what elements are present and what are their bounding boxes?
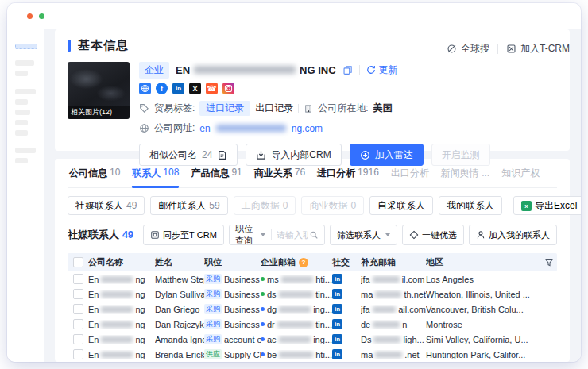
person-icon — [476, 230, 485, 240]
tab-business-relations[interactable]: 商业关系76 — [254, 167, 305, 187]
export-excel-button[interactable]: x 导出Excel — [513, 196, 581, 215]
divider — [359, 65, 360, 75]
sidebar-skeleton-item[interactable] — [15, 110, 30, 115]
filter-social-contacts[interactable]: 社媒联系人49 — [68, 196, 145, 215]
row-checkbox[interactable] — [73, 334, 83, 344]
join-tcrm-button[interactable]: 加入T-CRM — [506, 42, 570, 56]
row-checkbox[interactable] — [73, 319, 83, 329]
entity-type-badge: 企业 — [139, 62, 169, 79]
contacts-card: 公司信息10联系人108产品信息91商业关系76进口分析1916出口分析新闻舆情… — [55, 159, 570, 362]
excel-icon: x — [521, 201, 532, 211]
website-icon[interactable] — [139, 83, 151, 94]
masked-text — [101, 291, 133, 298]
divider — [298, 104, 299, 113]
cell-region: Wheaton, Illinois, United ... — [426, 290, 557, 299]
sidebar-skeleton-item[interactable] — [15, 130, 28, 136]
location-value: 美国 — [373, 102, 393, 115]
start-monitoring-button[interactable]: 开启监测 — [431, 144, 490, 166]
filter-contacts-dropdown[interactable]: 筛选联系人 — [330, 225, 397, 245]
tab-label: 新闻舆情 ... — [441, 167, 489, 180]
filter-business-data[interactable]: 商业数据0 — [301, 196, 364, 215]
company-website-link[interactable]: en ng.com — [199, 123, 323, 134]
linkedin-icon[interactable]: in — [172, 83, 184, 94]
sidebar-skeleton-item[interactable] — [15, 89, 36, 94]
tab-import-analysis[interactable]: 进口分析1916 — [317, 167, 379, 187]
row-checkbox[interactable] — [73, 304, 83, 314]
tab-news[interactable]: 新闻舆情 ... — [441, 167, 489, 187]
window-dot-red[interactable] — [27, 13, 33, 19]
filter-business-registry[interactable]: 工商数据0 — [234, 196, 296, 215]
help-icon[interactable]: ? — [299, 258, 308, 267]
email-status-dot — [261, 337, 265, 341]
window-dot-green[interactable] — [39, 13, 44, 19]
filter-funnel-icon[interactable] — [544, 258, 554, 267]
global-search-button[interactable]: 全球搜 — [447, 42, 489, 56]
filter-label: 我的联系人 — [447, 199, 494, 213]
linkedin-icon[interactable]: in — [332, 289, 342, 299]
tab-label: 公司信息 — [69, 167, 107, 180]
linkedin-icon[interactable]: in — [332, 304, 342, 314]
export-records-tag[interactable]: 出口记录 — [255, 102, 293, 115]
grid-cross-icon — [506, 44, 516, 54]
select-all-checkbox[interactable] — [73, 257, 83, 267]
import-records-tag[interactable]: 进口记录 — [199, 101, 250, 116]
email-status-dot — [261, 322, 265, 326]
filter-email-contacts[interactable]: 邮件联系人59 — [150, 196, 227, 215]
company-photo[interactable]: 相关图片(12) — [68, 62, 130, 119]
cell-company-name: Enng — [88, 275, 155, 284]
phone-icon[interactable]: ☎ — [206, 83, 218, 94]
row-checkbox[interactable] — [73, 349, 83, 359]
sync-to-tcrm-button[interactable]: 同步至T-CRM — [143, 225, 224, 245]
import-internal-crm-button[interactable]: 导入内部CRM — [246, 144, 341, 166]
cell-checkbox — [68, 334, 88, 344]
tab-company-info[interactable]: 公司信息10 — [69, 167, 120, 187]
refresh-icon — [366, 65, 376, 75]
x-icon[interactable]: X — [189, 83, 201, 94]
sidebar-skeleton-item[interactable] — [15, 99, 28, 105]
sidebar-skeleton-item[interactable] — [15, 120, 28, 125]
globe-icon — [139, 123, 149, 133]
facebook-icon[interactable]: f — [156, 83, 168, 94]
instagram-icon[interactable] — [222, 83, 234, 94]
table-row: EnngDan Griego采购Business Devel...dging..… — [68, 302, 557, 317]
sidebar-skeleton-item[interactable] — [15, 158, 28, 163]
sidebar-skeleton-item[interactable] — [15, 148, 36, 153]
add-to-my-contacts-button[interactable]: 加入我的联系人 — [469, 225, 557, 245]
filter-self-collected[interactable]: 自采联系人 — [369, 196, 433, 215]
cell-job-title: 采购Business Devel... — [204, 289, 261, 299]
add-to-radar-button[interactable]: 加入雷达 — [350, 144, 424, 166]
position-tag: 采购 — [204, 304, 222, 314]
sidebar-skeleton-item[interactable] — [15, 44, 37, 49]
tab-count: 91 — [231, 167, 242, 180]
filter-label: 邮件联系人 — [158, 199, 206, 213]
region-text: Wheaton, Illinois, United ... — [426, 290, 530, 299]
update-button[interactable]: 更新 — [366, 63, 398, 77]
cell-company-name: Enng — [88, 290, 155, 299]
masked-text — [373, 321, 400, 328]
similar-companies-button[interactable]: 相似公司名 24 — [139, 144, 238, 166]
tab-export-analysis[interactable]: 出口分析 — [391, 167, 429, 187]
tab-contacts[interactable]: 联系人108 — [132, 167, 179, 187]
sidebar-skeleton-item[interactable] — [15, 60, 34, 66]
cell-contact-name: Dylan Sullivan — [155, 290, 204, 299]
tab-ip[interactable]: 知识产权 — [501, 167, 540, 187]
row-checkbox[interactable] — [73, 289, 83, 299]
masked-text — [373, 336, 400, 343]
linkedin-icon[interactable]: in — [332, 274, 342, 284]
linkedin-icon[interactable]: in — [332, 319, 342, 329]
linkedin-icon[interactable]: in — [332, 349, 342, 359]
tab-products[interactable]: 产品信息91 — [191, 167, 242, 187]
masked-text — [375, 291, 401, 298]
row-checkbox[interactable] — [73, 274, 83, 284]
one-click-optimize-button[interactable]: 一键优选 — [402, 225, 464, 245]
linkedin-icon[interactable]: in — [332, 334, 342, 344]
sidebar-skeleton-item[interactable] — [15, 71, 28, 76]
filter-my-contacts[interactable]: 我的联系人 — [439, 196, 502, 215]
email-status-dot — [261, 277, 265, 281]
job-title-input[interactable]: 请输入职位 — [272, 229, 308, 241]
table-row: EnngMatthew Stephen采购Business Devel...ms… — [68, 271, 557, 286]
search-icon[interactable] — [308, 230, 324, 240]
copy-icon[interactable] — [342, 65, 353, 75]
region-text: Los Angeles — [426, 275, 474, 284]
job-query-dropdown[interactable]: 职位查询 — [230, 223, 271, 247]
